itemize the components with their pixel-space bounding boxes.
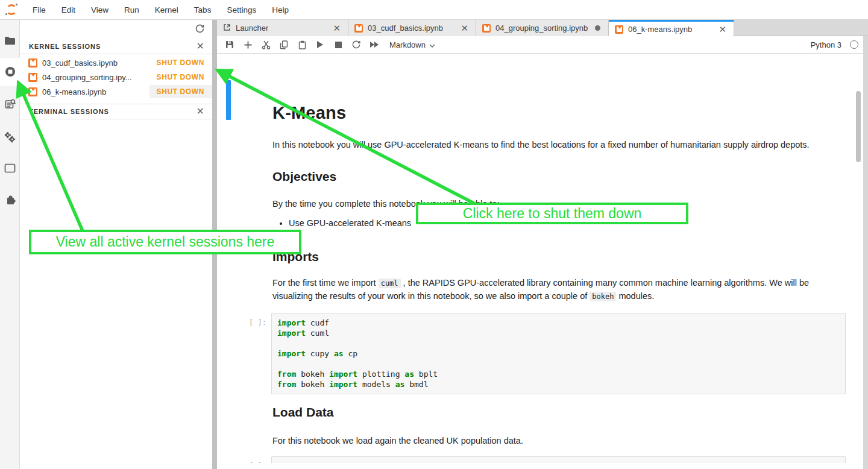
shutdown-button[interactable]: SHUT DOWN [149, 56, 212, 69]
md-heading-kmeans: K-Means [272, 103, 346, 123]
code-cell-imports[interactable]: [ ]: import cudfimport cuml import cupy … [246, 313, 846, 394]
vertical-scrollbar-thumb[interactable] [856, 91, 861, 162]
tab-label: Launcher [236, 24, 268, 33]
menu-edit[interactable]: Edit [54, 0, 83, 20]
md-heading-objectives: Objectives [272, 169, 336, 184]
code-editor[interactable]: dtypes = ['float32', 'float32', 'str', '… [271, 456, 846, 463]
kernel-name: Python 3 [811, 40, 841, 49]
notebook-toolbar: Markdown Python 3 [217, 36, 868, 54]
annotation-text: Click here to shut them down [463, 206, 642, 222]
paste-cell-icon[interactable] [293, 36, 311, 54]
md-heading-load-data: Load Data [272, 405, 334, 420]
kernel-sessions-title: KERNEL SESSIONS [20, 43, 197, 50]
terminal-sessions-title: TERMINAL SESSIONS [20, 108, 197, 115]
add-cell-icon[interactable] [239, 36, 257, 54]
cell-type-dropdown[interactable]: Markdown [389, 40, 435, 49]
menu-bar: File Edit View Run Kernel Tabs Settings … [0, 0, 868, 20]
save-icon[interactable] [221, 36, 239, 54]
notebook-icon [28, 58, 37, 68]
notebook-icon [482, 24, 491, 33]
kernel-session-row[interactable]: 03_cudf_basics.ipynb SHUT DOWN [20, 55, 212, 70]
code-editor[interactable]: import cudfimport cuml import cupy as cp… [271, 313, 846, 394]
tab-04-grouping-sorting[interactable]: 04_grouping_sorting.ipynb [476, 20, 609, 36]
terminal-sessions-header: TERMINAL SESSIONS ✕ [20, 104, 212, 119]
md-paragraph-imports: For the first time we import cuml , the … [272, 277, 818, 303]
session-name: 06_k-means.ipynb [42, 87, 149, 96]
kernel-status-icon [850, 40, 858, 49]
jupyter-logo-icon [5, 4, 17, 16]
annotation-box-kernel-sessions: View all active kernel sessions here [29, 230, 301, 254]
tab-03-cudf-basics[interactable]: 03_cudf_basics.ipynb ✕ [348, 20, 476, 36]
window-right-edge [863, 36, 868, 469]
cell-type-value: Markdown [389, 40, 426, 49]
menu-kernel[interactable]: Kernel [147, 0, 186, 20]
session-name: 03_cudf_basics.ipynb [42, 58, 149, 68]
notebook-icon [28, 73, 37, 82]
run-cell-icon[interactable] [311, 36, 329, 54]
close-kernel-sessions-icon[interactable]: ✕ [197, 42, 212, 51]
notebook-document: K-Means In this notebook you will use GP… [217, 54, 868, 463]
tab-close-icon[interactable]: ✕ [459, 23, 470, 34]
code-cell-load-data[interactable]: [ ]: dtypes = ['float32', 'float32', 'st… [246, 456, 846, 463]
kernel-sessions-header: KERNEL SESSIONS ✕ [20, 39, 212, 54]
restart-kernel-icon[interactable] [347, 36, 365, 54]
restart-run-all-icon[interactable] [365, 36, 383, 54]
cell-prompt: [ ]: [246, 313, 266, 394]
tab-close-icon[interactable]: ✕ [717, 24, 728, 35]
main-area: Launcher ✕ 03_cudf_basics.ipynb ✕ 04_gro… [217, 20, 868, 469]
unsaved-changes-dot[interactable] [595, 25, 600, 31]
running-sessions-icon[interactable] [0, 58, 20, 86]
shutdown-button[interactable]: SHUT DOWN [149, 71, 212, 84]
menu-settings[interactable]: Settings [219, 0, 264, 20]
close-terminal-sessions-icon[interactable]: ✕ [197, 107, 212, 116]
menu-view[interactable]: View [83, 0, 116, 20]
session-name: 04_grouping_sorting.ipy... [42, 73, 149, 82]
dock-tab-bar: Launcher ✕ 03_cudf_basics.ipynb ✕ 04_gro… [217, 20, 868, 36]
file-browser-icon[interactable] [0, 27, 20, 54]
open-tabs-icon[interactable] [0, 154, 20, 182]
md-list-item: Use GPU-accelerated K-means [289, 217, 411, 229]
md-paragraph-intro: In this notebook you will use GPU-accele… [272, 139, 818, 151]
cut-cell-icon[interactable] [257, 36, 275, 54]
property-inspector-icon[interactable] [0, 90, 20, 118]
kernel-indicator[interactable]: Python 3 [811, 40, 868, 49]
tab-label: 06_k-means.ipynb [628, 25, 692, 34]
sidebar-icon-strip [0, 20, 20, 469]
tab-06-k-means[interactable]: 06_k-means.ipynb ✕ [609, 20, 734, 37]
tab-label: 04_grouping_sorting.ipynb [495, 24, 588, 33]
tab-label: 03_cudf_basics.ipynb [368, 24, 443, 33]
tab-close-icon[interactable]: ✕ [332, 23, 342, 34]
menu-help[interactable]: Help [264, 0, 297, 20]
menu-file[interactable]: File [25, 0, 54, 20]
shutdown-button[interactable]: SHUT DOWN [149, 85, 212, 98]
kernel-session-row[interactable]: 04_grouping_sorting.ipy... SHUT DOWN [20, 70, 212, 84]
copy-cell-icon[interactable] [275, 36, 293, 54]
extensions-puzzle-icon[interactable] [0, 186, 20, 213]
menu-tabs[interactable]: Tabs [186, 0, 219, 20]
chevron-down-icon [429, 40, 435, 49]
annotation-text: View all active kernel sessions here [56, 234, 275, 250]
inline-code-cuml: cuml [379, 279, 401, 288]
tab-launcher[interactable]: Launcher ✕ [217, 20, 348, 36]
annotation-box-shutdown: Click here to shut them down [416, 203, 688, 224]
md-objectives-list: Use GPU-accelerated K-means [272, 217, 411, 229]
interrupt-kernel-icon[interactable] [329, 36, 347, 54]
active-cell-indicator[interactable] [226, 80, 231, 120]
notebook-icon [354, 24, 363, 33]
kernel-session-row[interactable]: 06_k-means.ipynb SHUT DOWN [20, 84, 212, 99]
md-paragraph-load-data: For this notebook we load again the clea… [272, 435, 818, 447]
launcher-icon [223, 24, 231, 33]
cell-prompt: [ ]: [246, 456, 266, 463]
notebook-icon [28, 87, 37, 96]
notebook-icon [615, 25, 623, 34]
settings-gears-icon[interactable] [0, 123, 20, 151]
refresh-sessions-icon[interactable] [195, 24, 205, 36]
inline-code-bokeh: bokeh [590, 292, 616, 301]
menu-run[interactable]: Run [116, 0, 147, 20]
